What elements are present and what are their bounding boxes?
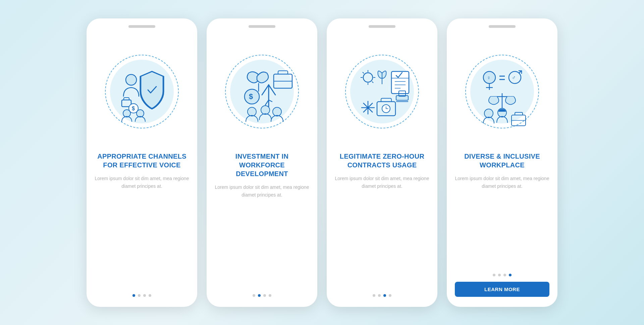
dot-3-4 [389, 294, 391, 297]
svg-point-13 [261, 106, 270, 114]
card-2: $ INVESTMENT IN WORKFORCE DEVELOPMENT Lo… [207, 18, 317, 307]
illustration-area-1: $ [95, 35, 189, 149]
dot-4-3 [503, 274, 506, 276]
illustration-area-4: ♀ ♂ [455, 35, 549, 149]
svg-point-0 [126, 74, 137, 85]
svg-point-15 [363, 73, 373, 82]
dot-2-2 [258, 294, 261, 297]
dot-2-1 [253, 294, 255, 297]
dot-2-4 [269, 294, 271, 297]
card-body-2: Lorem ipsum dolor sit dim amet, mea regi… [215, 183, 309, 289]
dot-1-1 [132, 294, 135, 297]
card-4: ♀ ♂ [447, 18, 557, 307]
dot-4-4 [509, 274, 512, 276]
card-body-1: Lorem ipsum dolor sit dim amet, mea regi… [95, 175, 189, 289]
phone-notch-1 [128, 25, 155, 28]
dots-row-1 [132, 289, 151, 297]
illustration-svg-4: ♀ ♂ [462, 51, 542, 132]
svg-point-12 [248, 107, 256, 116]
illustration-area-3 [335, 35, 429, 149]
dot-3-3 [383, 294, 386, 297]
illustration-svg-2: $ [222, 51, 302, 132]
card-1: $ APPROPRIATE CHANNELS FOR EFFECTIVE VOI… [87, 18, 197, 307]
card-title-1: APPROPRIATE CHANNELS FOR EFFECTIVE VOICE [95, 152, 189, 169]
svg-text:$: $ [132, 106, 135, 111]
card-body-3: Lorem ipsum dolor sit dim amet, mea regi… [335, 175, 429, 289]
illustration-area-2: $ [215, 35, 309, 149]
svg-point-48 [484, 109, 493, 118]
phone-notch-3 [369, 25, 395, 28]
dots-row-3 [373, 289, 391, 297]
dot-1-2 [138, 294, 141, 297]
dot-3-1 [373, 294, 375, 297]
phone-notch-2 [249, 25, 275, 28]
phone-notch-4 [489, 25, 516, 28]
card-title-2: INVESTMENT IN WORKFORCE DEVELOPMENT [215, 152, 309, 178]
dots-row-4 [493, 268, 512, 276]
card-title-3: LEGITIMATE ZERO-HOUR CONTRACTS USAGE [335, 152, 429, 169]
learn-more-button[interactable]: LEARN MORE [455, 282, 549, 297]
illustration-svg-3 [342, 51, 422, 132]
illustration-svg-1: $ [102, 51, 182, 132]
dot-3-2 [378, 294, 381, 297]
svg-point-14 [273, 107, 281, 116]
svg-line-21 [372, 82, 373, 83]
card-body-4: Lorem ipsum dolor sit dim amet, mea regi… [455, 175, 549, 268]
dot-1-4 [149, 294, 151, 297]
card-3: LEGITIMATE ZERO-HOUR CONTRACTS USAGE Lor… [327, 18, 437, 307]
cards-container: $ APPROPRIATE CHANNELS FOR EFFECTIVE VOI… [73, 5, 571, 320]
card-title-4: DIVERSE & INCLUSIVE WORKPLACE [455, 152, 549, 169]
svg-text:♀: ♀ [487, 75, 491, 80]
svg-text:♂: ♂ [512, 75, 516, 80]
dot-2-3 [263, 294, 266, 297]
dot-4-1 [493, 274, 495, 276]
dot-4-2 [498, 274, 501, 276]
svg-line-20 [363, 72, 364, 73]
dot-1-3 [143, 294, 146, 297]
svg-text:$: $ [249, 92, 253, 101]
dots-row-2 [253, 289, 271, 297]
